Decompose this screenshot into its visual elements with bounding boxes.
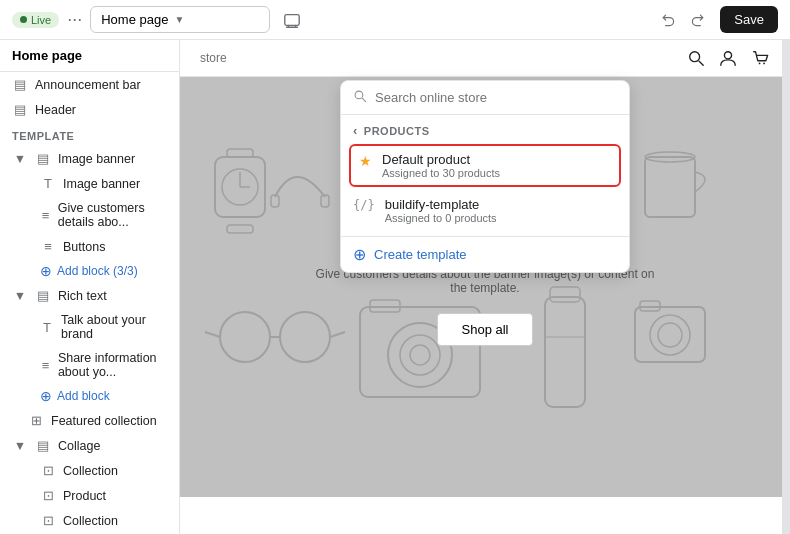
plus-icon: ⊕ <box>40 263 52 279</box>
sidebar-item-label: Announcement bar <box>35 78 141 92</box>
sidebar-item-product[interactable]: ⊡ Product <box>0 483 179 508</box>
top-bar: Live ··· Home page ▼ Save <box>0 0 790 40</box>
search-icon <box>353 89 367 106</box>
svg-rect-0 <box>285 14 299 25</box>
live-label: Live <box>31 14 51 26</box>
expand-icon: ▼ <box>12 439 28 453</box>
sidebar-item-image-banner-group[interactable]: ▼ ▤ Image banner <box>0 146 179 171</box>
main-layout: Home page ▤ Announcement bar ▤ Header TE… <box>0 40 790 534</box>
grid-icon: ⊞ <box>28 413 44 428</box>
expand-icon: ▼ <box>12 289 28 303</box>
star-icon: ★ <box>359 153 372 169</box>
sidebar-item-give-customers[interactable]: ≡ Give customers details abo... <box>0 196 179 234</box>
sidebar-item-collage-group[interactable]: ▼ ▤ Collage <box>0 433 179 458</box>
section-label: ‹ PRODUCTS <box>341 115 629 142</box>
plus-icon: ⊕ <box>40 388 52 404</box>
template-label: TEMPLATE <box>0 122 179 146</box>
sidebar-item-label: Share information about yo... <box>58 351 167 379</box>
item-name: buildify-template <box>385 197 497 212</box>
sidebar-item-label: Image banner <box>63 177 140 191</box>
sidebar-item-buttons[interactable]: ≡ Buttons <box>0 234 179 259</box>
text-icon: T <box>40 320 54 335</box>
add-block-button-1[interactable]: ⊕ Add block (3/3) <box>0 259 179 283</box>
sidebar-item-header[interactable]: ▤ Header <box>0 97 179 122</box>
canvas-area: store <box>180 40 790 534</box>
live-dot <box>20 16 27 23</box>
layout-icon: ▤ <box>12 102 28 117</box>
layout-icon: ▤ <box>35 438 51 453</box>
more-options-button[interactable]: ··· <box>67 9 82 30</box>
chevron-down-icon: ▼ <box>174 14 184 25</box>
sidebar-item-label: Collage <box>58 439 100 453</box>
sidebar-item-image-banner-text[interactable]: T Image banner <box>0 171 179 196</box>
layout-icon: ▤ <box>35 151 51 166</box>
sidebar-item-label: Image banner <box>58 152 135 166</box>
item-text-default-product: Default product Assigned to 30 products <box>382 152 500 179</box>
expand-icon: ▼ <box>12 152 28 166</box>
template-icon: {/} <box>353 198 375 212</box>
search-input[interactable] <box>375 90 617 105</box>
frame-icon: ⊡ <box>40 513 56 528</box>
preview-icon[interactable] <box>278 6 306 34</box>
sidebar-item-collection-1[interactable]: ⊡ Collection <box>0 458 179 483</box>
section-label-text: PRODUCTS <box>364 125 430 137</box>
sidebar: Home page ▤ Announcement bar ▤ Header TE… <box>0 40 180 534</box>
sidebar-item-rich-text-group[interactable]: ▼ ▤ Rich text <box>0 283 179 308</box>
create-template-button[interactable]: ⊕ Create template <box>341 236 629 272</box>
undo-button[interactable] <box>654 6 682 34</box>
sidebar-item-label: Collection <box>63 464 118 478</box>
sidebar-item-featured-collection[interactable]: ⊞ Featured collection <box>0 408 179 433</box>
page-title: Home page <box>0 40 179 72</box>
layout-icon: ▤ <box>35 288 51 303</box>
sidebar-item-label: Collection <box>63 514 118 528</box>
item-sub: Assigned to 0 products <box>385 212 497 224</box>
sidebar-item-label: Rich text <box>58 289 107 303</box>
add-block-label: Add block (3/3) <box>57 264 138 278</box>
frame-icon: ⊡ <box>40 463 56 478</box>
sidebar-item-announcement-bar[interactable]: ▤ Announcement bar <box>0 72 179 97</box>
page-selector-value: Home page <box>101 12 168 27</box>
live-badge: Live <box>12 12 59 28</box>
sidebar-item-share-info[interactable]: ≡ Share information about yo... <box>0 346 179 384</box>
dropdown-item-buildify[interactable]: {/} buildify-template Assigned to 0 prod… <box>341 189 629 232</box>
lines-icon: ≡ <box>40 358 51 373</box>
dropdown-panel: ‹ PRODUCTS ★ Default product Assigned to… <box>340 80 630 273</box>
sidebar-item-label: Featured collection <box>51 414 157 428</box>
lines-icon: ≡ <box>40 239 56 254</box>
item-name: Default product <box>382 152 500 167</box>
svg-point-47 <box>355 91 363 99</box>
plus-icon: ⊕ <box>353 245 366 264</box>
create-template-label: Create template <box>374 247 467 262</box>
sidebar-item-label: Talk about your brand <box>61 313 167 341</box>
page-selector-dropdown[interactable]: Home page ▼ <box>90 6 270 33</box>
frame-icon: ⊡ <box>40 488 56 503</box>
layout-icon: ▤ <box>12 77 28 92</box>
sidebar-item-label: Give customers details abo... <box>58 201 167 229</box>
dropdown-item-default-product[interactable]: ★ Default product Assigned to 30 product… <box>349 144 621 187</box>
sidebar-item-label: Product <box>63 489 106 503</box>
add-block-label: Add block <box>57 389 110 403</box>
text-icon: T <box>40 176 56 191</box>
item-text-buildify: buildify-template Assigned to 0 products <box>385 197 497 224</box>
save-button[interactable]: Save <box>720 6 778 33</box>
dropdown-overlay: ‹ PRODUCTS ★ Default product Assigned to… <box>180 40 790 534</box>
item-sub: Assigned to 30 products <box>382 167 500 179</box>
lines-icon: ≡ <box>40 208 51 223</box>
add-block-button-2[interactable]: ⊕ Add block <box>0 384 179 408</box>
sidebar-item-label: Buttons <box>63 240 105 254</box>
sidebar-item-talk-about[interactable]: T Talk about your brand <box>0 308 179 346</box>
back-arrow-icon[interactable]: ‹ <box>353 123 358 138</box>
search-bar <box>341 81 629 115</box>
redo-button[interactable] <box>684 6 712 34</box>
sidebar-item-label: Header <box>35 103 76 117</box>
undo-redo-group <box>654 6 712 34</box>
sidebar-item-collection-2[interactable]: ⊡ Collection <box>0 508 179 533</box>
